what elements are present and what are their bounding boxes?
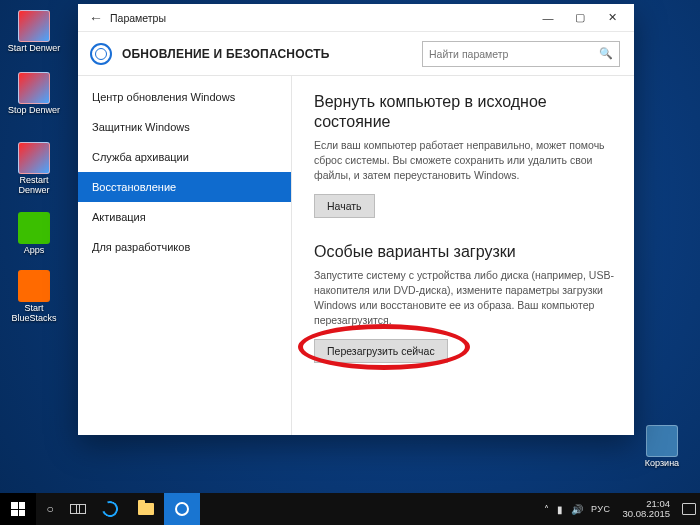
app-icon [18,142,50,174]
search-icon: ○ [46,502,53,516]
taskbar-system-tray: ˄ ▮ 🔊 РУС 21:04 30.08.2015 [544,493,700,525]
volume-icon[interactable]: 🔊 [571,504,583,515]
edge-icon [99,498,120,519]
app-icon [18,10,50,42]
icon-label: Корзина [634,459,690,469]
window-title: Параметры [110,12,532,24]
sidebar-item-backup[interactable]: Служба архивации [78,142,291,172]
sidebar-item-recovery[interactable]: Восстановление [78,172,291,202]
input-language[interactable]: РУС [591,504,611,514]
maximize-button[interactable]: ▢ [564,6,596,30]
taskbar-app-settings[interactable] [164,493,200,525]
sidebar: Центр обновления Windows Защитник Window… [78,76,292,435]
sidebar-item-windows-defender[interactable]: Защитник Windows [78,112,291,142]
taskbar-app-edge[interactable] [92,493,128,525]
search-input[interactable] [429,48,599,60]
titlebar: ← Параметры — ▢ ✕ [78,4,634,32]
app-icon [18,72,50,104]
desktop-icon-stop-denwer[interactable]: Stop Denwer [6,72,62,116]
taskbar-clock[interactable]: 21:04 30.08.2015 [618,499,674,520]
reset-heading: Вернуть компьютер в исходное состояние [314,92,614,132]
sidebar-item-activation[interactable]: Активация [78,202,291,232]
recycle-bin-icon [646,425,678,457]
search-box[interactable]: 🔍 [422,41,620,67]
folder-icon [138,503,154,515]
advanced-startup-heading: Особые варианты загрузки [314,242,614,262]
icon-label: Apps [6,246,62,256]
action-center-icon[interactable] [682,503,696,515]
gear-icon [90,43,112,65]
reset-start-button[interactable]: Начать [314,194,375,218]
section-title: ОБНОВЛЕНИЕ И БЕЗОПАСНОСТЬ [122,47,422,61]
sidebar-item-windows-update[interactable]: Центр обновления Windows [78,82,291,112]
taskbar-search-button[interactable]: ○ [36,493,64,525]
desktop-icon-start-denwer[interactable]: Start Denwer [6,10,62,54]
icon-label: Restart Denwer [6,176,62,196]
windows-logo-icon [11,502,25,516]
settings-window: ← Параметры — ▢ ✕ ОБНОВЛЕНИЕ И БЕЗОПАСНО… [78,4,634,435]
icon-label: Start BlueStacks [6,304,62,324]
gear-icon [175,502,189,516]
taskbar-app-file-explorer[interactable] [128,493,164,525]
search-icon: 🔍 [599,47,613,60]
app-icon [18,212,50,244]
desktop-icon-apps[interactable]: Apps [6,212,62,256]
network-icon[interactable]: ▮ [557,504,563,515]
desktop-icon-restart-denwer[interactable]: Restart Denwer [6,142,62,196]
sidebar-item-for-developers[interactable]: Для разработчиков [78,232,291,262]
task-view-icon [70,504,86,514]
settings-body: Центр обновления Windows Защитник Window… [78,76,634,435]
header-row: ОБНОВЛЕНИЕ И БЕЗОПАСНОСТЬ 🔍 [78,32,634,76]
desktop-icon-recycle-bin[interactable]: Корзина [634,425,690,469]
window-controls: — ▢ ✕ [532,6,628,30]
desktop: Start Denwer Stop Denwer Restart Denwer … [0,0,700,525]
taskbar: ○ ˄ ▮ 🔊 РУС 21:04 30.08.2015 [0,493,700,525]
task-view-button[interactable] [64,493,92,525]
minimize-button[interactable]: — [532,6,564,30]
icon-label: Start Denwer [6,44,62,54]
show-hidden-icons[interactable]: ˄ [544,504,549,515]
start-button[interactable] [0,493,36,525]
app-icon [18,270,50,302]
desktop-icon-bluestacks[interactable]: Start BlueStacks [6,270,62,324]
content-pane: Вернуть компьютер в исходное состояние Е… [292,76,634,435]
reset-description: Если ваш компьютер работает неправильно,… [314,138,614,184]
back-button[interactable]: ← [86,8,106,28]
clock-date: 30.08.2015 [622,509,670,519]
taskbar-left: ○ [0,493,200,525]
restart-now-button[interactable]: Перезагрузить сейчас [314,339,448,363]
close-button[interactable]: ✕ [596,6,628,30]
icon-label: Stop Denwer [6,106,62,116]
advanced-startup-description: Запустите систему с устройства либо диск… [314,268,614,329]
